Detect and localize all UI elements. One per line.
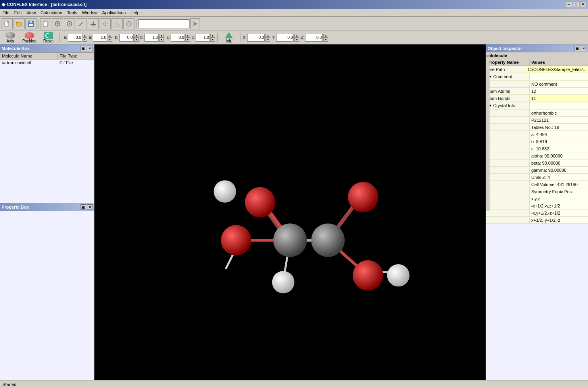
inspector-molecule-section: Molecule: [486, 52, 588, 59]
inspector-row: b: 8.819: [486, 138, 588, 145]
z-spinbox[interactable]: [305, 34, 323, 42]
maximize-button[interactable]: □: [573, 2, 579, 7]
c-pos-spinbox[interactable]: [196, 34, 210, 42]
send-button[interactable]: [190, 18, 200, 29]
inspector-row: Cell Volume: 431.28180: [486, 181, 588, 188]
z-up-btn[interactable]: ▲: [323, 34, 328, 38]
menu-help[interactable]: Help: [128, 10, 142, 16]
packing-button[interactable]: Packing: [21, 32, 38, 43]
b-neg-up-btn[interactable]: ▲: [134, 34, 139, 38]
packing-label: Packing: [22, 39, 37, 43]
inspector-val-value: Symmetry Equiv Pos:: [530, 188, 588, 195]
init-button[interactable]: Init.: [220, 32, 238, 43]
inspector-section-name: ▼ Crystal Info.: [486, 102, 530, 109]
titlebar-left: ◆ CONFLEX Interface - [tartronicacid.cif…: [2, 2, 86, 7]
tool1-button[interactable]: [52, 18, 63, 29]
menu-file[interactable]: File: [0, 10, 12, 16]
z-down-btn[interactable]: ▼: [323, 38, 328, 42]
b-pos-up-btn[interactable]: ▲: [159, 34, 164, 38]
a-pos-up-btn[interactable]: ▲: [108, 34, 112, 38]
svg-point-37: [311, 223, 345, 257]
a-pos-spinbox[interactable]: [93, 34, 107, 42]
draw-button[interactable]: [76, 18, 87, 29]
property-box-header: Property Box ▣ ✕: [0, 203, 94, 211]
b-neg-group: -b: ▲ ▼: [114, 34, 139, 42]
close-button[interactable]: ✕: [580, 2, 586, 7]
x-label: X:: [243, 35, 246, 40]
reset-button[interactable]: Reset: [40, 32, 57, 43]
init-label: Init.: [226, 39, 232, 43]
a-neg-spinbox[interactable]: [68, 34, 82, 42]
copy-button[interactable]: [40, 18, 51, 29]
molecule-box-header-btns: ▣ ✕: [81, 46, 92, 51]
menu-edit[interactable]: Edit: [12, 10, 24, 16]
move-button[interactable]: [88, 18, 99, 29]
select1-button[interactable]: [100, 18, 111, 29]
select2-button[interactable]: [111, 18, 123, 29]
molecule-box-close-btn[interactable]: ✕: [87, 46, 92, 51]
inspector-val-name: [486, 81, 530, 87]
menu-tools[interactable]: Tools: [65, 10, 80, 16]
a-pos-down-btn[interactable]: ▼: [108, 38, 112, 42]
y-down-btn[interactable]: ▼: [294, 38, 299, 42]
c-neg-up-btn[interactable]: ▲: [185, 34, 190, 38]
inspector-section-name: ▼ Comment: [486, 73, 530, 80]
molecule-row[interactable]: tartronicacid.cifCif File: [0, 60, 94, 66]
inspector-row: -x,y+1/2,-z+1/2: [486, 209, 588, 217]
tool2-button[interactable]: [64, 18, 75, 29]
minimize-button[interactable]: ─: [566, 2, 572, 7]
target-button[interactable]: [123, 18, 135, 29]
window-title: CONFLEX Interface - [tartronicacid.cif]: [7, 2, 86, 7]
inspector-row: x,y,z: [486, 195, 588, 202]
search-input[interactable]: [138, 19, 190, 28]
property-box-restore-btn[interactable]: ▣: [81, 204, 86, 210]
menu-applications[interactable]: Applications: [100, 10, 128, 16]
x-down-btn[interactable]: ▼: [265, 38, 270, 42]
x-spinbox[interactable]: [247, 34, 265, 42]
inspector-column-header: Property Name Values: [486, 59, 588, 66]
b-neg-spinbox[interactable]: [119, 34, 134, 42]
packing-icon: [25, 32, 34, 39]
menu-calculation[interactable]: Calculation: [38, 10, 64, 16]
menu-view[interactable]: View: [24, 10, 38, 16]
c-neg-spinbox[interactable]: [171, 34, 185, 42]
c-neg-down-btn[interactable]: ▼: [185, 38, 190, 42]
y-up-btn[interactable]: ▲: [294, 34, 299, 38]
inspector-collapse-btn[interactable]: ◁: [486, 52, 490, 211]
inspector-restore-btn[interactable]: ▣: [575, 46, 580, 51]
axis-button[interactable]: Axis: [2, 32, 19, 43]
molecule-list: Molecule Name File Type tartronicacid.ci…: [0, 52, 94, 66]
new-button[interactable]: [2, 18, 13, 29]
init-icon: [225, 32, 233, 38]
inspector-row: Units Z: 4: [486, 174, 588, 181]
inspector-row: x+1/2,-y+1/2,-z: [486, 217, 588, 224]
inspector-prop-name: File Path: [486, 66, 526, 73]
y-spinbox[interactable]: [276, 34, 294, 42]
inspector-row: Num Atoms 12: [486, 88, 588, 95]
x-up-btn[interactable]: ▲: [265, 34, 270, 38]
c-pos-up-btn[interactable]: ▲: [210, 34, 215, 38]
property-box-title: Property Box: [2, 205, 29, 209]
svg-marker-25: [48, 33, 49, 34]
inspector-val-name: [486, 167, 530, 173]
inspector-val-name: [486, 124, 530, 131]
a-neg-up-btn[interactable]: ▲: [83, 34, 87, 38]
b-pos-down-btn[interactable]: ▼: [159, 38, 164, 42]
save-button[interactable]: [25, 18, 37, 29]
inspector-val-value: c: 10.882: [530, 145, 588, 152]
a-pos-group: a: ▲ ▼: [89, 34, 112, 42]
molecule-box-restore-btn[interactable]: ▣: [81, 46, 86, 51]
inspector-val-name: [486, 181, 530, 188]
menu-window[interactable]: Window: [79, 10, 100, 16]
inspector-val-name: [486, 109, 530, 116]
inspector-header-btns: ▣ ✕: [575, 46, 586, 51]
b-pos-spinbox[interactable]: [144, 34, 159, 42]
property-box-close-btn[interactable]: ✕: [87, 204, 92, 210]
a-neg-down-btn[interactable]: ▼: [83, 38, 87, 42]
inspector-val-name: [486, 217, 530, 223]
open-button[interactable]: [13, 18, 25, 29]
b-neg-down-btn[interactable]: ▼: [134, 38, 139, 42]
c-pos-down-btn[interactable]: ▼: [210, 38, 215, 42]
3d-viewport[interactable]: [94, 44, 486, 380]
inspector-close-btn[interactable]: ✕: [581, 46, 586, 51]
